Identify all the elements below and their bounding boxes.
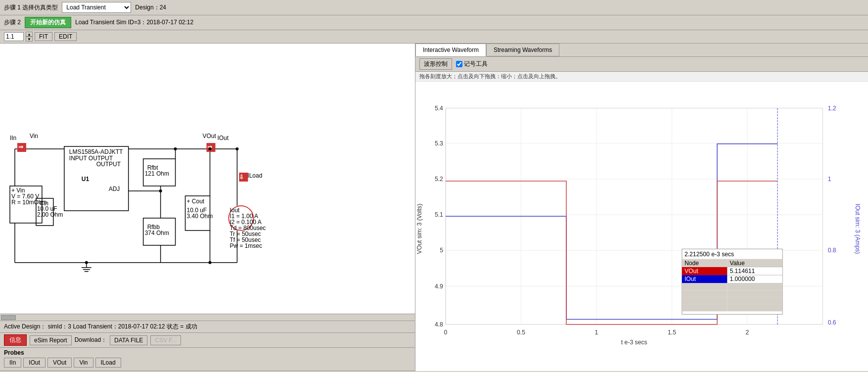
probe-iload-button[interactable]: ILoad [95, 358, 121, 368]
svg-text:IOut: IOut [685, 276, 696, 282]
active-design-text: Active Design： simId：3 Load Transient：20… [4, 323, 197, 330]
start-sim-button[interactable]: 开始新的仿真 [25, 17, 71, 28]
svg-text:0: 0 [444, 329, 448, 336]
info-button[interactable]: 信息 [4, 334, 27, 346]
probes-bar: Probes IIn IOut VOut Vin ILoad [0, 348, 415, 371]
svg-text:5: 5 [440, 247, 443, 254]
marker-tool-checkbox-label[interactable]: 记号工具 [456, 60, 488, 68]
svg-text:Cin: Cin [40, 200, 48, 207]
svg-text:LMS1585A-ADJKTT: LMS1585A-ADJKTT [69, 148, 123, 155]
svg-text:⇩: ⇩ [239, 174, 244, 181]
sim-info: Load Transient Sim ID=3：2018-07-17 02:12 [75, 18, 193, 27]
marker-tool-label: 记号工具 [464, 60, 488, 68]
svg-text:U1: U1 [82, 176, 90, 183]
svg-text:5.114611: 5.114611 [730, 268, 755, 275]
svg-text:2.212500 e-3 secs: 2.212500 e-3 secs [685, 251, 734, 258]
svg-text:IOut sim: 3 (Amps): IOut sim: 3 (Amps) [854, 204, 861, 254]
data-file-button[interactable]: DATA FILE [110, 335, 147, 345]
tab-streaming-waveforms[interactable]: Streaming Waveforms [486, 44, 559, 56]
svg-text:3.40 Ohm: 3.40 Ohm [187, 213, 213, 220]
svg-text:1.5: 1.5 [668, 329, 676, 336]
svg-point-65 [208, 147, 211, 150]
schematic-svg: + Vin V = 7.60 V R = 10mOhm 10.0 uF 2.00… [0, 44, 415, 314]
svg-rect-122 [682, 304, 728, 311]
probe-buttons: IIn IOut VOut Vin ILoad [4, 356, 411, 369]
main-area: + Vin V = 7.60 V R = 10mOhm 10.0 uF 2.00… [0, 44, 868, 371]
chart-area[interactable]: 5.4 5.3 5.2 5.1 5 4.9 4.8 VOut sim: 3 (V… [415, 82, 868, 371]
schematic-area: + Vin V = 7.60 V R = 10mOhm 10.0 uF 2.00… [0, 44, 415, 314]
spin-down-button[interactable]: ▼ [26, 37, 33, 42]
svg-text:5.4: 5.4 [435, 105, 443, 112]
svg-text:0.6: 0.6 [828, 319, 836, 326]
svg-rect-120 [682, 297, 728, 304]
design-label: Design：24 [135, 3, 166, 12]
probe-vout-button[interactable]: VOut [47, 358, 72, 368]
svg-text:VOut: VOut [685, 268, 698, 275]
tab-interactive-waveform[interactable]: Interactive Waveform [415, 44, 486, 56]
probes-label: Probes [4, 349, 24, 356]
svg-text:121 Ohm: 121 Ohm [145, 170, 169, 177]
svg-rect-121 [727, 297, 782, 304]
spin-wrap: ▲ ▼ [26, 32, 33, 42]
bottom-panel: Active Design： simId：3 Load Transient：20… [0, 321, 415, 371]
svg-text:VOut: VOut [203, 133, 217, 140]
svg-text:4.8: 4.8 [435, 321, 443, 328]
svg-rect-118 [682, 290, 728, 297]
svg-rect-117 [727, 283, 782, 290]
svg-text:4.9: 4.9 [435, 283, 443, 290]
svg-rect-123 [727, 304, 782, 311]
active-design-bar: Active Design： simId：3 Load Transient：20… [0, 321, 415, 333]
svg-text:0.5: 0.5 [517, 329, 525, 336]
marker-tool-checkbox[interactable] [456, 61, 462, 67]
svg-point-67 [208, 261, 211, 264]
left-panel: + Vin V = 7.60 V R = 10mOhm 10.0 uF 2.00… [0, 44, 415, 371]
num-input[interactable] [4, 32, 24, 41]
svg-text:OUTPUT: OUTPUT [96, 161, 121, 168]
waveform-controls: 波形控制 记号工具 [415, 57, 868, 72]
svg-rect-116 [682, 283, 728, 290]
svg-text:ILoad: ILoad [247, 172, 262, 179]
svg-text:1.2: 1.2 [828, 105, 836, 112]
svg-text:374 Ohm: 374 Ohm [145, 230, 169, 236]
svg-point-64 [174, 147, 177, 150]
svg-text:1: 1 [595, 329, 598, 336]
download-label: Download： [75, 336, 107, 344]
probe-iin-button[interactable]: IIn [4, 358, 21, 368]
csv-button[interactable]: CSV F... [150, 335, 181, 345]
tab-interactive-label: Interactive Waveform [423, 46, 479, 53]
svg-point-63 [159, 189, 162, 192]
esim-report-button[interactable]: eSim Report [30, 335, 72, 345]
probe-iout-button[interactable]: IOut [23, 358, 46, 368]
svg-point-62 [85, 261, 88, 264]
horizontal-scrollbar[interactable] [0, 314, 415, 321]
probe-vin-button[interactable]: Vin [74, 358, 93, 368]
svg-text:ADJ: ADJ [109, 186, 120, 192]
svg-text:+ Cout: + Cout [187, 198, 205, 205]
svg-rect-0 [0, 85, 415, 273]
svg-text:0.8: 0.8 [828, 247, 836, 254]
spin-up-button[interactable]: ▲ [26, 32, 33, 37]
fit-button[interactable]: FIT [35, 32, 52, 41]
top-bar: 步骤 1 选择仿真类型 Load Transient Design：24 [0, 0, 868, 15]
right-panel: Interactive Waveform Streaming Waveforms… [415, 44, 868, 371]
svg-text:1.000000: 1.000000 [730, 276, 755, 282]
step1-label: 步骤 1 选择仿真类型 [4, 3, 58, 12]
svg-text:5.2: 5.2 [435, 176, 443, 183]
svg-text:⇒: ⇒ [18, 143, 23, 150]
svg-text:1: 1 [828, 176, 831, 183]
svg-rect-119 [727, 290, 782, 297]
svg-text:VOut sim: 3 (Volts): VOut sim: 3 (Volts) [416, 204, 423, 254]
svg-text:t e-3 secs: t e-3 secs [621, 339, 647, 346]
step2-label: 步骤 2 [4, 18, 21, 27]
svg-text:5.3: 5.3 [435, 140, 443, 147]
svg-text:Value: Value [730, 260, 744, 267]
step2-bar: 步骤 2 开始新的仿真 Load Transient Sim ID=3：2018… [0, 15, 868, 30]
hint-text: 拖各刻度放大；点击及向下拖拽：缩小；点击及向上拖拽。 [415, 72, 868, 82]
wave-ctrl-button[interactable]: 波形控制 [419, 58, 452, 70]
waveform-svg: 5.4 5.3 5.2 5.1 5 4.9 4.8 VOut sim: 3 (V… [415, 82, 868, 371]
svg-text:Node: Node [685, 260, 699, 267]
svg-text:5.1: 5.1 [435, 211, 443, 218]
sim-type-select[interactable]: Load Transient [62, 2, 131, 13]
edit-button[interactable]: EDIT [54, 32, 77, 41]
scrollbar-thumb[interactable] [1, 315, 16, 320]
